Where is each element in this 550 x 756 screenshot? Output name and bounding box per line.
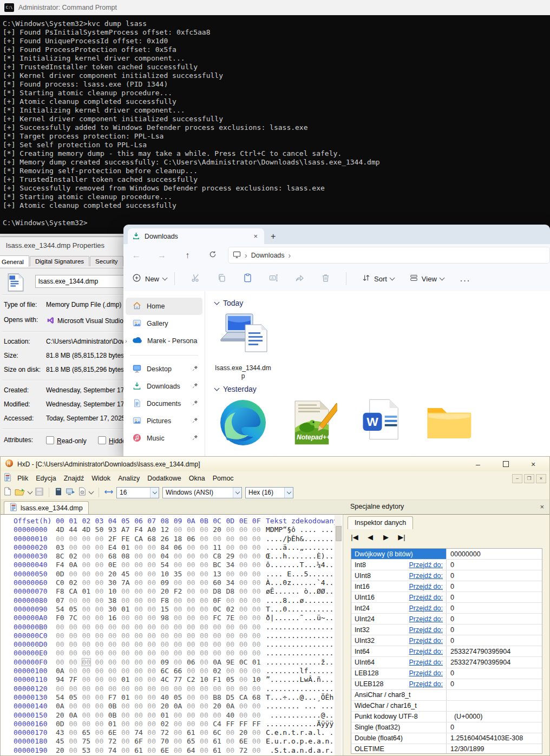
hex-byte[interactable]: 54 (56, 693, 69, 701)
hex-byte[interactable]: 00 (174, 561, 187, 569)
open-file-icon[interactable] (15, 488, 25, 498)
hex-byte[interactable]: 64 (187, 746, 200, 754)
hex-byte[interactable]: 20 (239, 728, 252, 737)
hex-byte[interactable]: 00 (252, 587, 265, 595)
hex-byte[interactable]: 00 (200, 693, 213, 701)
hex-row[interactable]: 000000A0F07C00001600000098000000FC7E0000… (1, 614, 343, 622)
tab-close-icon[interactable]: × (251, 232, 260, 240)
hex-byte[interactable]: 0A (56, 667, 69, 675)
hex-byte[interactable]: 61 (213, 737, 226, 745)
hex-row[interactable]: 000001400A0000000B000000200A0000200A0000… (1, 702, 343, 711)
hex-byte[interactable]: 00 (239, 711, 252, 719)
hex-byte[interactable]: F8 (161, 596, 174, 604)
hex-byte[interactable]: 00 (174, 720, 187, 728)
go-to-link[interactable]: Przejdź do: (409, 626, 443, 634)
hex-byte[interactable]: 40 (161, 693, 174, 701)
hex-byte[interactable]: 00 (226, 543, 239, 551)
hex-byte[interactable]: 0E (108, 561, 121, 569)
group-header-today[interactable]: Today (215, 299, 550, 307)
hex-byte[interactable]: 30 (108, 578, 121, 587)
hex-byte[interactable]: 4D (82, 525, 95, 534)
close-icon[interactable]: × (521, 460, 545, 469)
hex-byte[interactable]: 00 (121, 702, 134, 710)
hex-byte[interactable]: 00 (134, 623, 147, 631)
hex-byte[interactable]: 00 (121, 711, 134, 719)
hex-byte[interactable]: 00 (95, 632, 108, 640)
hex-byte[interactable]: 00 (134, 685, 147, 693)
hex-byte[interactable]: 00 (252, 649, 265, 657)
hex-byte[interactable]: 00 (226, 649, 239, 657)
hex-byte[interactable]: 65 (82, 728, 95, 737)
nav-last-icon[interactable]: ▶| (398, 533, 405, 541)
hex-byte[interactable]: 00 (239, 552, 252, 560)
hex-byte[interactable]: 20 (108, 570, 121, 578)
hex-byte[interactable]: 61 (187, 728, 200, 737)
hex-byte[interactable]: 00 (200, 728, 213, 737)
sidebar-item-downloads[interactable]: Downloads (126, 378, 202, 395)
hex-byte[interactable]: 18 (174, 535, 187, 543)
hex-byte[interactable]: 00 (226, 632, 239, 640)
hex-byte[interactable]: 00 (82, 658, 91, 666)
hex-byte[interactable]: 06 (174, 543, 187, 551)
hex-byte[interactable]: 40 (226, 711, 239, 719)
hex-byte[interactable]: 00 (134, 702, 147, 710)
hex-byte[interactable]: 00 (252, 746, 265, 754)
tab-general[interactable]: General (0, 255, 29, 267)
hex-byte[interactable]: 00 (95, 578, 108, 587)
inspector-row[interactable]: UInt8Przejdź do:0 (351, 570, 542, 581)
hex-row[interactable]: 0000019020005300740061006E00640061007200… (1, 746, 343, 755)
hex-byte[interactable]: 00 (82, 561, 95, 569)
hex-byte[interactable]: 00 (95, 685, 108, 693)
hex-byte[interactable]: D8 (213, 587, 226, 595)
hex-byte[interactable]: 00 (239, 649, 252, 657)
hxd-titlebar[interactable]: HxD - [C:\Users\Administrator\Downloads\… (1, 457, 549, 471)
hex-byte[interactable]: 8C (56, 552, 69, 560)
hex-byte[interactable]: 0F (213, 596, 226, 604)
tab-digital-signatures[interactable]: Digital Signatures (30, 256, 89, 266)
hex-byte[interactable]: 0A (56, 702, 69, 710)
hex-byte[interactable]: 00 (108, 640, 121, 648)
file-notepadpp[interactable]: Notepad++ (283, 397, 339, 451)
go-to-link[interactable]: Przejdź do: (409, 680, 443, 688)
hex-byte[interactable]: 00 (147, 720, 160, 728)
hex-byte[interactable]: 00 (82, 605, 95, 613)
hex-byte[interactable]: 00 (95, 640, 108, 648)
hex-byte[interactable]: 00 (200, 587, 213, 595)
export-icon[interactable] (66, 488, 75, 498)
up-icon[interactable]: ↑ (175, 251, 200, 260)
inspector-row[interactable]: Int16Przejdź do:0 (351, 581, 542, 592)
hex-byte[interactable]: 02 (226, 605, 239, 613)
hex-byte[interactable]: 00 (69, 667, 82, 675)
hex-byte[interactable]: 0D (56, 570, 69, 578)
hex-byte[interactable]: 00 (134, 596, 147, 604)
hex-byte[interactable]: 45 (121, 570, 134, 578)
hex-byte[interactable]: 9E (226, 658, 239, 666)
hex-byte[interactable]: 00 (239, 596, 252, 604)
hex-byte[interactable]: 7F (69, 675, 82, 683)
hex-byte[interactable]: 00 (226, 570, 239, 578)
hex-byte[interactable]: 00 (108, 623, 121, 631)
inspector-row[interactable]: Int64Przejdź do:2533274790395904 (351, 646, 542, 657)
hex-byte[interactable]: 00 (95, 570, 108, 578)
hex-byte[interactable]: 00 (239, 632, 252, 640)
hex-byte[interactable]: 00 (239, 535, 252, 543)
hex-byte[interactable]: 00 (147, 728, 160, 737)
menu-okna[interactable]: Okna (185, 475, 209, 482)
hex-byte[interactable]: 00 (239, 640, 252, 648)
hex-byte[interactable]: 00 (200, 596, 213, 604)
hex-row[interactable]: 00000040F40A00000E00000054000000BC340000… (1, 561, 343, 569)
see-more-button[interactable]: ... (460, 274, 470, 284)
hex-byte[interactable]: 00 (121, 561, 134, 569)
hex-byte[interactable]: 00 (252, 737, 265, 745)
hex-byte[interactable]: FF (252, 720, 265, 728)
inspector-row[interactable]: Int24Przejdź do:0 (351, 603, 542, 614)
hex-byte[interactable]: F2 (174, 587, 187, 595)
hex-byte[interactable]: 00 (108, 675, 121, 683)
hex-byte[interactable]: 00 (121, 667, 134, 675)
hex-byte[interactable]: 00 (252, 605, 265, 613)
hex-byte[interactable]: F8 (56, 587, 69, 595)
minimize-icon[interactable]: – (466, 460, 490, 469)
hex-byte[interactable]: 20 (161, 587, 174, 595)
hex-byte[interactable]: 01 (108, 720, 121, 728)
new-tab-button[interactable]: + (271, 232, 276, 241)
